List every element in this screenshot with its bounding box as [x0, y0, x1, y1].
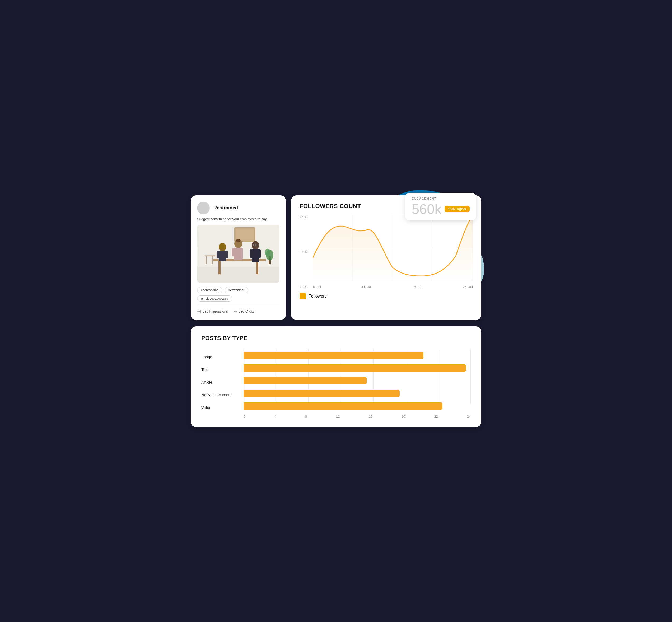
svg-rect-5 [219, 261, 221, 274]
engagement-card: ENGAGEMENT 560k 15% Higher [405, 193, 476, 220]
line-chart-svg [313, 215, 473, 281]
y-label-2400: 2400 [300, 250, 311, 254]
impressions-stat: 680 Impressions [197, 309, 228, 314]
bar-chart-card: POSTS BY TYPE Image Text Article Native … [191, 326, 481, 427]
svg-rect-18 [249, 249, 253, 258]
chart-svg-container [313, 215, 473, 281]
x-label-25jul: 25. Jul [463, 285, 473, 289]
impressions-icon [197, 309, 201, 314]
svg-rect-14 [239, 248, 242, 256]
post-image [197, 225, 279, 283]
svg-point-29 [198, 310, 201, 313]
chart-legend: Followers [300, 293, 473, 299]
clicks-label: 280 Clicks [238, 309, 255, 313]
bar-label-text: Text [201, 363, 243, 376]
bar-chart-title: POSTS BY TYPE [201, 335, 471, 342]
svg-point-7 [219, 243, 226, 251]
legend-box [300, 293, 306, 299]
bar-row-article [243, 374, 471, 387]
x-label-20: 20 [402, 414, 405, 418]
post-card-header: Restrained [197, 202, 279, 214]
impressions-label: 680 Impressions [203, 309, 228, 313]
bar-fill-image [243, 352, 424, 359]
clicks-stat: 280 Clicks [233, 309, 255, 314]
svg-point-30 [199, 311, 200, 312]
svg-rect-28 [212, 256, 213, 264]
bar-label-article: Article [201, 376, 243, 389]
bar-rows [243, 349, 471, 412]
post-divider [197, 306, 279, 306]
engagement-badge: 15% Higher [444, 206, 470, 212]
bar-fill-video [243, 402, 442, 410]
tag-livewebinar: livewebinar [225, 287, 248, 293]
x-label-4jul: 4. Jul [313, 285, 321, 289]
svg-rect-9 [217, 251, 220, 258]
bar-labels: Image Text Article Native Document Video [201, 349, 243, 418]
post-author: Restrained [213, 205, 238, 211]
top-row: Restrained Suggest something for your em… [191, 195, 481, 320]
post-suggest: Suggest something for your employees to … [197, 217, 279, 221]
engagement-label: ENGAGEMENT [411, 197, 470, 200]
x-label-18jul: 18. Jul [412, 285, 422, 289]
x-label-16: 16 [369, 414, 372, 418]
bars-container [243, 349, 471, 412]
bar-fill-native [243, 390, 400, 397]
x-label-24: 24 [467, 414, 471, 418]
svg-point-25 [265, 249, 270, 256]
avatar [197, 202, 210, 214]
clicks-icon [233, 309, 237, 314]
svg-rect-10 [225, 251, 228, 258]
svg-rect-26 [205, 255, 215, 256]
post-card: Restrained Suggest something for your em… [191, 195, 286, 320]
bar-label-image: Image [201, 351, 243, 363]
tag-employeeadvocacy: employeeadvocacy [197, 296, 232, 302]
x-label-8: 8 [305, 414, 307, 418]
legend-label: Followers [308, 294, 327, 299]
svg-rect-27 [206, 256, 207, 264]
x-label-11jul: 11. Jul [361, 285, 371, 289]
post-stats: 680 Impressions 280 Clicks [197, 309, 279, 314]
x-label-22: 22 [434, 414, 438, 418]
chart-x-labels: 4. Jul 11. Jul 18. Jul 25. Jul [313, 285, 473, 289]
bar-row-text [243, 362, 471, 374]
main-container: Restrained Suggest something for your em… [191, 195, 481, 427]
bar-row-native [243, 387, 471, 400]
y-label-2600: 2600 [300, 215, 311, 219]
svg-rect-6 [256, 261, 258, 274]
bar-row-video [243, 400, 471, 412]
tag-ceobranding: ceobranding [197, 287, 223, 293]
post-illustration [197, 225, 279, 283]
x-label-0: 0 [243, 414, 245, 418]
chart-y-labels: 2600 2400 2200 [300, 215, 311, 289]
bar-fill-text [243, 364, 466, 372]
bar-fill-article [243, 377, 367, 384]
svg-point-15 [236, 239, 240, 242]
bar-chart-content: Image Text Article Native Document Video [201, 349, 471, 418]
engagement-value: 560k [411, 202, 441, 216]
bar-row-image [243, 349, 471, 362]
y-label-2200: 2200 [300, 285, 311, 289]
engagement-value-row: 560k 15% Higher [411, 202, 470, 216]
bar-chart-graph: 0 4 8 12 16 20 22 24 [243, 349, 471, 418]
post-image-inner [197, 225, 279, 283]
followers-card: ENGAGEMENT 560k 15% Higher FOLLOWERS COU… [291, 195, 481, 320]
x-label-12: 12 [336, 414, 340, 418]
post-tags: ceobranding livewebinar employeeadvocacy [197, 287, 279, 302]
svg-rect-13 [232, 248, 235, 256]
bar-x-labels: 0 4 8 12 16 20 22 24 [243, 414, 471, 418]
bar-label-native: Native Document [201, 389, 243, 401]
svg-rect-19 [258, 249, 261, 258]
x-label-4: 4 [274, 414, 276, 418]
bar-label-video: Video [201, 401, 243, 414]
chart-area: 2600 2400 2200 [300, 215, 473, 289]
